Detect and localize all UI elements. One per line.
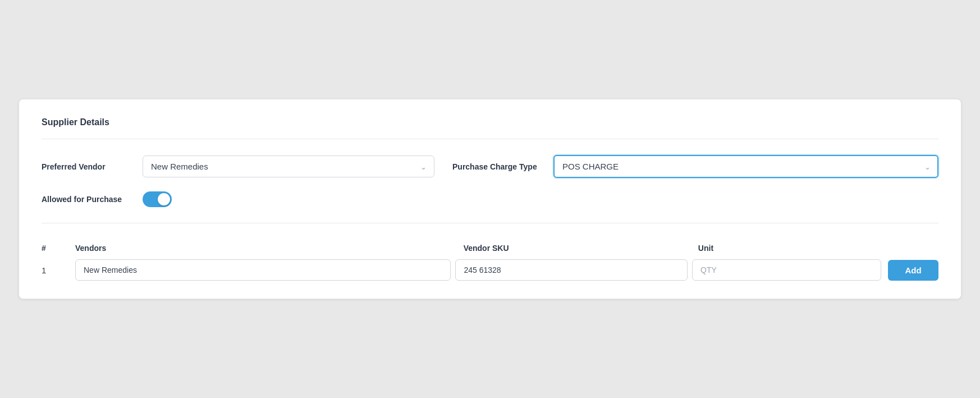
vendor-charge-row: Preferred Vendor New Remedies ⌄ Purchase… — [42, 155, 938, 178]
row-number: 1 — [42, 266, 75, 275]
preferred-vendor-label: Preferred Vendor — [42, 162, 131, 171]
col-header-sku: Vendor SKU — [459, 244, 694, 253]
add-vendor-button[interactable]: Add — [888, 260, 938, 281]
section-title: Supplier Details — [42, 117, 938, 127]
vendors-section: # Vendors Vendor SKU Unit 1 Add — [42, 239, 938, 281]
supplier-details-card: Supplier Details Preferred Vendor New Re… — [19, 99, 961, 299]
vendors-table-header: # Vendors Vendor SKU Unit — [42, 239, 938, 259]
toggle-slider — [143, 191, 172, 207]
table-row: 1 Add — [42, 259, 938, 281]
col-header-vendors: Vendors — [75, 244, 459, 253]
vendor-sku-input[interactable] — [455, 259, 688, 281]
purchase-charge-group: Purchase Charge Type POS CHARGE ⌄ — [452, 155, 938, 178]
preferred-vendor-select[interactable]: New Remedies — [143, 155, 434, 177]
preferred-vendor-group: Preferred Vendor New Remedies ⌄ — [42, 155, 434, 177]
col-header-hash: # — [42, 244, 75, 253]
vendor-unit-input[interactable] — [692, 259, 881, 281]
allowed-for-purchase-label: Allowed for Purchase — [42, 195, 131, 204]
purchase-charge-select-wrapper: POS CHARGE ⌄ — [553, 155, 938, 178]
preferred-vendor-select-wrapper: New Remedies ⌄ — [143, 155, 434, 177]
vendor-name-input[interactable] — [75, 259, 451, 281]
purchase-charge-select[interactable]: POS CHARGE — [553, 155, 938, 178]
allowed-for-purchase-row: Allowed for Purchase — [42, 191, 938, 207]
purchase-charge-label: Purchase Charge Type — [452, 162, 542, 171]
section-divider — [42, 139, 938, 139]
allowed-for-purchase-toggle[interactable] — [143, 191, 172, 207]
col-header-unit: Unit — [694, 244, 882, 253]
vendors-divider — [42, 223, 938, 223]
